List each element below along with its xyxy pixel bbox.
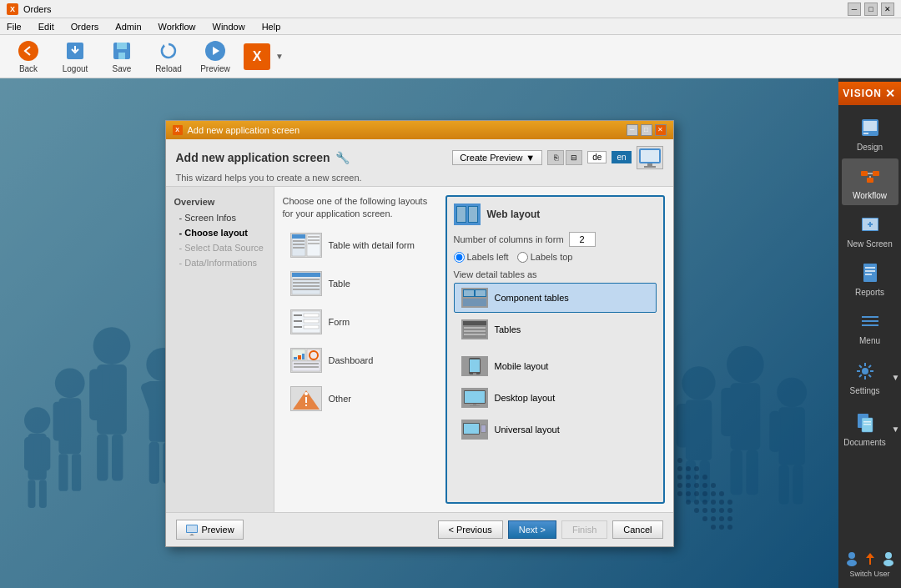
svg-rect-157 [305, 397, 307, 403]
svg-rect-154 [294, 366, 319, 368]
next-button[interactable]: Next > [508, 520, 556, 539]
layout-item-other[interactable]: Other [283, 380, 437, 417]
cancel-button[interactable]: Cancel [612, 520, 662, 539]
sidebar-item-settings[interactable]: Settings [840, 354, 890, 400]
menu-orders[interactable]: Orders [68, 20, 103, 33]
view-option-mobile[interactable]: Mobile layout [454, 351, 657, 381]
svg-rect-203 [862, 320, 878, 322]
lang-de-button[interactable]: de [587, 151, 607, 163]
modal-nav: Overview - Screen Infos - Choose layout … [166, 187, 274, 512]
documents-expand-icon[interactable]: ▼ [892, 425, 900, 434]
menu-window[interactable]: Window [209, 20, 249, 33]
svg-point-156 [305, 392, 308, 395]
labels-top-option[interactable]: Labels top [517, 252, 573, 263]
svg-point-210 [848, 552, 855, 559]
menu-file[interactable]: File [3, 20, 25, 33]
layout-chooser: Choose one of the following layouts for … [274, 187, 673, 512]
sidebar-header: VISION ✕ [838, 82, 901, 105]
previous-button[interactable]: < Previous [438, 520, 503, 539]
back-button[interactable]: Back [7, 38, 50, 76]
sidebar-close-button[interactable]: ✕ [885, 87, 896, 100]
title-bar-controls[interactable]: ─ □ ✕ [848, 3, 894, 16]
svg-rect-173 [470, 359, 480, 372]
labels-left-radio[interactable] [454, 252, 465, 263]
svg-rect-134 [292, 273, 320, 277]
columns-input[interactable] [569, 232, 596, 247]
menu-label: Menu [859, 336, 880, 345]
lang-en-button[interactable]: en [612, 151, 631, 163]
copy-icon[interactable]: ⎘ [547, 150, 564, 165]
svg-rect-171 [464, 334, 486, 335]
tables-label: Tables [495, 324, 521, 334]
new-screen-label: New Screen [847, 239, 892, 249]
sidebar-item-workflow[interactable]: Workflow [842, 158, 898, 205]
switch-user-button[interactable]: Switch User [842, 545, 898, 585]
modal-maximize-button[interactable]: □ [641, 124, 652, 136]
reload-icon [157, 39, 180, 63]
svg-rect-140 [294, 314, 302, 316]
svg-rect-187 [863, 121, 877, 131]
view-option-component-tables[interactable]: Component tables [454, 283, 657, 313]
view-option-tables[interactable]: Tables [454, 314, 657, 344]
menu-admin[interactable]: Admin [112, 20, 144, 33]
footer-left: Preview [176, 520, 244, 540]
modal-subtitle: This wizard helps you to create a new sc… [176, 173, 663, 183]
nav-item-screen-infos[interactable]: - Screen Infos [166, 210, 274, 225]
settings-expand-icon[interactable]: ▼ [892, 373, 900, 382]
labels-top-radio[interactable] [517, 252, 528, 263]
maximize-button[interactable]: □ [864, 3, 878, 16]
layout-item-table-detail[interactable]: Table with detail form [283, 227, 437, 264]
settings-label: Settings [849, 386, 879, 395]
icon-group: ⎘ ⊟ [547, 150, 582, 165]
layouts-left: Choose one of the following layouts for … [283, 195, 437, 504]
svg-rect-182 [481, 425, 486, 432]
sidebar-item-design[interactable]: Design [842, 110, 898, 157]
sidebar-item-reports[interactable]: Reports [842, 255, 898, 302]
preview-footer-button[interactable]: Preview [176, 520, 244, 540]
nav-section-title: Overview [166, 193, 274, 210]
design-label: Design [857, 143, 883, 152]
title-bar-left: X Orders [7, 3, 52, 15]
modal-controls[interactable]: ─ □ ✕ [627, 124, 667, 136]
menu-workflow[interactable]: Workflow [155, 20, 199, 33]
app-logo-button[interactable]: X [244, 43, 270, 70]
nav-item-select-data-source: - Select Data Source [166, 240, 274, 255]
svg-rect-170 [464, 330, 486, 332]
view-option-universal[interactable]: Universal layout [454, 415, 657, 445]
back-icon [17, 39, 40, 63]
modal-minimize-button[interactable]: ─ [627, 124, 638, 136]
view-option-desktop[interactable]: Desktop layout [454, 383, 657, 413]
svg-rect-168 [463, 321, 486, 325]
close-button[interactable]: ✕ [881, 3, 894, 16]
bookmark-icon[interactable]: ⊟ [566, 150, 582, 165]
sidebar-item-new-screen[interactable]: New Screen [842, 207, 898, 254]
modal-close-button[interactable]: ✕ [655, 124, 667, 136]
label-position-group: Labels left Labels top [454, 252, 657, 263]
svg-rect-165 [464, 290, 474, 296]
sidebar-item-menu[interactable]: Menu [842, 304, 898, 350]
dropdown-arrow[interactable]: ▼ [275, 52, 284, 61]
footer-right: < Previous Next > Finish Cancel [438, 520, 663, 539]
layout-item-dashboard[interactable]: Dashboard [283, 342, 437, 379]
preview-button[interactable]: Preview [194, 38, 237, 76]
form-thumb [290, 309, 322, 334]
layout-item-form[interactable]: Form [283, 304, 437, 340]
labels-left-option[interactable]: Labels left [454, 252, 509, 263]
save-button[interactable]: Save [100, 38, 143, 76]
dashboard-thumb [290, 348, 322, 373]
reload-button[interactable]: Reload [147, 38, 190, 76]
svg-rect-158 [305, 405, 307, 406]
create-preview-button[interactable]: Create Preview ▼ [452, 150, 542, 165]
layout-item-table[interactable]: Table [283, 265, 437, 302]
svg-rect-128 [293, 247, 305, 249]
nav-item-choose-layout[interactable]: - Choose layout [166, 225, 274, 240]
table-thumb [290, 271, 322, 296]
minimize-button[interactable]: ─ [848, 3, 861, 16]
menu-edit[interactable]: Edit [35, 20, 58, 33]
modal-title-bar: X Add new application screen ─ □ ✕ [166, 121, 673, 139]
menu-help[interactable]: Help [259, 20, 284, 33]
sidebar-item-documents[interactable]: Documents [840, 405, 890, 452]
mobile-label: Mobile layout [495, 361, 549, 371]
layout-instruction: Choose one of the following layouts for … [283, 195, 437, 221]
logout-button[interactable]: Logout [53, 38, 97, 76]
